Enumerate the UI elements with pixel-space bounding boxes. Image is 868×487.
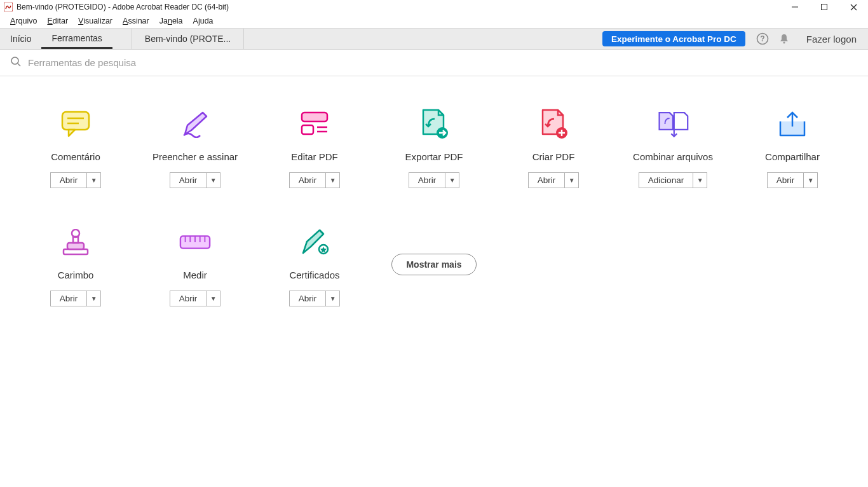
tool-open-button[interactable]: Abrir (289, 291, 327, 306)
window-controls (780, 0, 868, 14)
maximize-button[interactable] (810, 0, 839, 14)
document-tab[interactable]: Bem-vindo (PROTE... (132, 29, 244, 49)
combine-files-icon (657, 108, 689, 140)
tool-label: Certificados (289, 270, 339, 280)
tool-criar-pdf[interactable]: Criar PDF Abrir ▼ (497, 108, 610, 188)
tool-carimbo[interactable]: Carimbo Abrir ▼ (19, 226, 132, 306)
tool-label: Exportar PDF (405, 151, 463, 162)
tab-ferramentas[interactable]: Ferramentas (41, 29, 112, 49)
tool-certificados[interactable]: Certificados Abrir ▼ (258, 226, 371, 306)
titlebar: Bem-vindo (PROTEGIDO) - Adobe Acrobat Re… (0, 0, 868, 14)
stamp-icon (60, 226, 92, 258)
menu-janela[interactable]: Janela (154, 15, 188, 27)
svg-line-9 (18, 64, 20, 66)
tool-dropdown-button[interactable]: ▼ (87, 291, 101, 306)
tool-dropdown-button[interactable]: ▼ (693, 172, 707, 188)
tool-label: Preencher e assinar (153, 151, 238, 162)
search-icon (10, 56, 22, 69)
tool-open-button[interactable]: Abrir (528, 172, 566, 188)
tool-preencher-assinar[interactable]: Preencher e assinar Abrir ▼ (139, 108, 252, 188)
tool-compartilhar[interactable]: Compartilhar Abrir ▼ (736, 108, 849, 188)
show-more-button[interactable]: Mostrar mais (391, 254, 476, 275)
tool-comentario[interactable]: Comentário Abrir ▼ (19, 108, 132, 188)
help-icon[interactable]: ? (752, 29, 773, 49)
menu-editar[interactable]: Editar (42, 15, 73, 27)
tool-combinar-arquivos[interactable]: Combinar arquivos Adicionar ▼ (616, 108, 729, 188)
tool-label: Combinar arquivos (633, 151, 713, 162)
svg-point-7 (783, 41, 785, 43)
tool-label: Comentário (51, 151, 100, 162)
bell-icon[interactable] (773, 29, 795, 49)
tool-label: Medir (183, 270, 207, 280)
tool-open-button[interactable]: Abrir (170, 172, 207, 188)
login-link[interactable]: Fazer logon (795, 29, 868, 49)
header: Início Ferramentas Bem-vindo (PROTE... E… (0, 28, 868, 50)
menu-ajuda[interactable]: Ajuda (188, 15, 219, 27)
close-button[interactable] (839, 0, 868, 14)
tool-dropdown-button[interactable]: ▼ (804, 172, 818, 188)
tool-open-button[interactable]: Abrir (170, 291, 207, 306)
tool-open-button[interactable]: Abrir (409, 172, 446, 188)
search-input[interactable] (28, 57, 282, 68)
svg-rect-14 (302, 125, 313, 134)
comment-icon (60, 108, 92, 140)
certificates-icon (299, 226, 330, 258)
tool-label: Criar PDF (532, 151, 575, 162)
tool-dropdown-button[interactable]: ▼ (207, 291, 220, 306)
tool-exportar-pdf[interactable]: Exportar PDF Abrir ▼ (377, 108, 491, 188)
svg-rect-24 (67, 243, 84, 249)
tool-open-button[interactable]: Abrir (50, 172, 88, 188)
tool-label: Editar PDF (291, 151, 337, 162)
tool-dropdown-button[interactable]: ▼ (207, 172, 220, 188)
svg-point-8 (11, 57, 18, 64)
tool-dropdown-button[interactable]: ▼ (326, 291, 340, 306)
svg-rect-10 (62, 112, 89, 130)
tool-dropdown-button[interactable]: ▼ (326, 172, 340, 188)
svg-rect-13 (302, 113, 327, 121)
menu-assinar[interactable]: Assinar (118, 15, 154, 27)
svg-rect-2 (822, 4, 827, 10)
tool-add-button[interactable]: Adicionar (639, 172, 693, 188)
minimize-button[interactable] (780, 0, 810, 14)
fill-sign-icon (179, 108, 211, 140)
tool-dropdown-button[interactable]: ▼ (87, 172, 101, 188)
menu-arquivo[interactable]: Arquivo (5, 15, 42, 27)
svg-text:?: ? (760, 34, 764, 43)
tool-dropdown-button[interactable]: ▼ (445, 172, 459, 188)
edit-pdf-icon (299, 108, 330, 140)
tool-open-button[interactable]: Abrir (50, 291, 88, 306)
tool-editar-pdf[interactable]: Editar PDF Abrir ▼ (258, 108, 371, 188)
tool-dropdown-button[interactable]: ▼ (565, 172, 579, 188)
tool-label: Compartilhar (765, 151, 820, 162)
measure-icon (179, 226, 211, 258)
tool-label: Carimbo (58, 270, 94, 280)
share-icon (776, 108, 808, 140)
searchbar (0, 50, 868, 76)
try-acrobat-pro-button[interactable]: Experimente o Acrobat Pro DC (602, 31, 745, 46)
tool-open-button[interactable]: Abrir (767, 172, 804, 188)
window-title: Bem-vindo (PROTEGIDO) - Adobe Acrobat Re… (17, 3, 229, 11)
create-pdf-icon (538, 108, 569, 140)
menu-visualizar[interactable]: Visualizar (73, 15, 118, 27)
tools-area: Comentário Abrir ▼ Preencher e assinar A… (0, 76, 868, 487)
tool-open-button[interactable]: Abrir (289, 172, 327, 188)
tab-inicio[interactable]: Início (0, 29, 41, 49)
export-pdf-icon (418, 108, 450, 140)
show-more-cell: Mostrar mais (377, 226, 491, 303)
tool-medir[interactable]: Medir Abrir ▼ (139, 226, 252, 306)
acrobat-app-icon (4, 3, 13, 11)
menubar: Arquivo Editar Visualizar Assinar Janela… (0, 14, 868, 28)
